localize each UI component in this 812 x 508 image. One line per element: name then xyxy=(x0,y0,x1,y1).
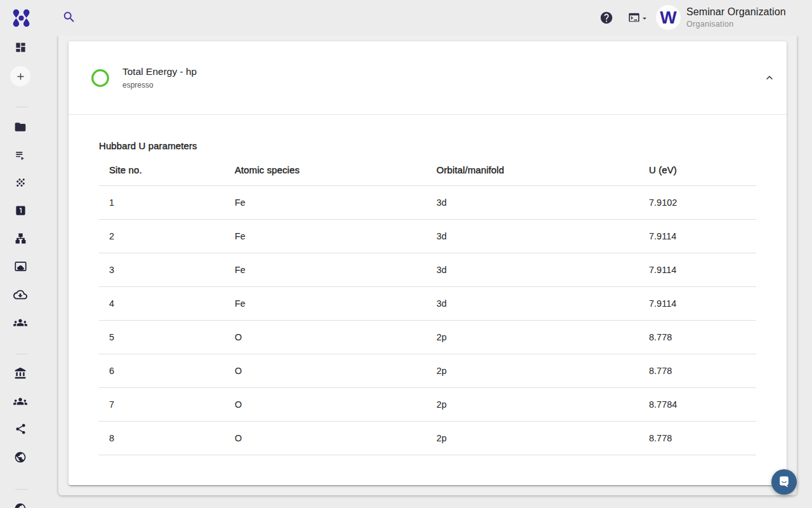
mat3ra-logo-icon[interactable] xyxy=(11,8,31,29)
table-cell: 8.7784 xyxy=(649,399,756,410)
sidebar-item-materials[interactable] xyxy=(8,171,33,196)
console-menu-button[interactable] xyxy=(629,13,650,23)
sidebar-item-dashboard[interactable] xyxy=(8,36,33,61)
table-cell: 3d xyxy=(436,231,649,241)
globe-icon xyxy=(14,502,27,508)
globe-icon xyxy=(14,451,27,465)
table-header-row: Site no.Atomic speciesOrbital/manifoldU … xyxy=(99,154,756,185)
sidebar-item-members[interactable] xyxy=(8,389,33,415)
table-cell: O xyxy=(235,433,436,443)
table-row: 6O2p8.778 xyxy=(99,354,756,388)
table-cell: Fe xyxy=(235,298,436,309)
table-cell: 7.9114 xyxy=(649,298,756,309)
sidebar-item-create[interactable] xyxy=(8,64,33,89)
collapse-button[interactable] xyxy=(762,70,777,86)
org-type: Organisation xyxy=(686,20,786,29)
status-ring-icon xyxy=(91,69,109,87)
table-section-title: Hubbard U parameters xyxy=(99,140,197,151)
table-header-cell: U (eV) xyxy=(649,164,756,175)
table-row: 7O2p8.7784 xyxy=(99,388,756,422)
sidebar-item-team[interactable] xyxy=(8,311,33,336)
table-cell: 4 xyxy=(109,298,235,309)
cloud-upload-icon xyxy=(13,288,27,304)
card-subtitle: espresso xyxy=(122,81,154,90)
sidebar-item-public-2[interactable] xyxy=(8,497,33,508)
table-cell: 2p xyxy=(436,433,649,443)
bank-icon xyxy=(14,367,27,382)
looks-one-icon xyxy=(15,204,27,218)
people-group-icon xyxy=(13,316,27,331)
table-row: 2Fe3d7.9114 xyxy=(99,220,756,253)
table-row: 4Fe3d7.9114 xyxy=(99,287,756,321)
grain-icon xyxy=(15,177,27,190)
sidebar-item-public[interactable] xyxy=(8,445,33,471)
screen-cloud-icon xyxy=(14,260,27,275)
table-cell: O xyxy=(235,399,436,410)
card-header[interactable]: Total Energy - hp espresso xyxy=(69,41,787,115)
playlist-play-icon xyxy=(14,149,27,163)
table-cell: 1 xyxy=(109,197,235,208)
table-cell: 8.778 xyxy=(649,366,756,376)
table-cell: 3d xyxy=(436,265,649,275)
table-header-cell: Site no. xyxy=(109,164,235,175)
table-cell: 7 xyxy=(109,399,235,410)
org-name: Seminar Organization xyxy=(686,6,786,18)
search-icon xyxy=(62,17,76,26)
table-cell: 2p xyxy=(436,399,649,410)
table-cell: 8.778 xyxy=(649,332,756,342)
chevron-up-icon xyxy=(763,76,776,86)
table-cell: 3d xyxy=(436,197,649,208)
sidebar-item-jobs[interactable] xyxy=(8,143,33,168)
chat-bubble-icon xyxy=(777,474,791,490)
help-button[interactable] xyxy=(599,11,613,25)
table-cell: 8.778 xyxy=(649,433,756,443)
table-header-cell: Orbital/manifold xyxy=(436,164,649,175)
avatar[interactable]: W xyxy=(656,5,681,30)
table-cell: 7.9102 xyxy=(649,197,756,208)
table-cell: Fe xyxy=(235,265,436,275)
table-row: 1Fe3d7.9102 xyxy=(99,186,756,220)
table-cell: 7.9114 xyxy=(649,231,756,241)
table-cell: O xyxy=(235,332,436,342)
table-cell: 3d xyxy=(436,298,649,309)
help-icon xyxy=(599,17,613,27)
table-cell: 3 xyxy=(109,265,235,275)
table-cell: 8 xyxy=(109,433,235,443)
chevron-down-icon xyxy=(640,14,649,23)
card-title: Total Energy - hp xyxy=(122,66,197,77)
table-body: 1Fe3d7.91022Fe3d7.91143Fe3d7.91144Fe3d7.… xyxy=(99,185,756,455)
sidebar-item-workflows[interactable] xyxy=(8,227,33,252)
result-card: Total Energy - hp espresso Hubbard U par… xyxy=(69,41,787,485)
share-icon xyxy=(15,423,27,437)
sidebar-item-folder[interactable] xyxy=(8,115,33,140)
content-panel: Total Energy - hp espresso Hubbard U par… xyxy=(58,36,797,495)
sidebar-divider xyxy=(15,489,28,490)
dashboard-icon xyxy=(15,41,27,55)
sidebar-item-organization[interactable] xyxy=(8,361,33,387)
table-cell: Fe xyxy=(235,197,436,208)
console-icon xyxy=(629,13,639,24)
folder-icon xyxy=(14,121,27,135)
org-switcher[interactable]: Seminar Organization Organisation xyxy=(686,6,786,29)
sidebar-item-remote-desktop[interactable] xyxy=(8,255,33,280)
sidebar-item-unit[interactable] xyxy=(8,199,33,224)
table-cell: 5 xyxy=(109,332,235,342)
card-header-divider xyxy=(69,114,787,115)
table-header-cell: Atomic species xyxy=(235,164,436,175)
table-cell: 6 xyxy=(109,366,235,376)
table-row: 8O2p8.778 xyxy=(99,422,756,455)
sitemap-icon xyxy=(15,232,27,246)
table-cell: 2p xyxy=(436,366,649,376)
table-cell: 2 xyxy=(109,231,235,241)
chat-launcher-button[interactable] xyxy=(771,469,797,495)
sidebar-item-share[interactable] xyxy=(8,417,33,443)
table-cell: O xyxy=(235,366,436,376)
people-group-icon xyxy=(13,394,27,410)
sidebar-item-upload[interactable] xyxy=(8,283,33,308)
sidebar-divider xyxy=(15,107,28,107)
table-cell: Fe xyxy=(235,231,436,241)
sidebar-divider xyxy=(15,354,28,354)
search-button[interactable] xyxy=(61,10,77,26)
plus-icon xyxy=(10,66,30,86)
top-app-bar: W Seminar Organization Organisation xyxy=(0,0,812,36)
